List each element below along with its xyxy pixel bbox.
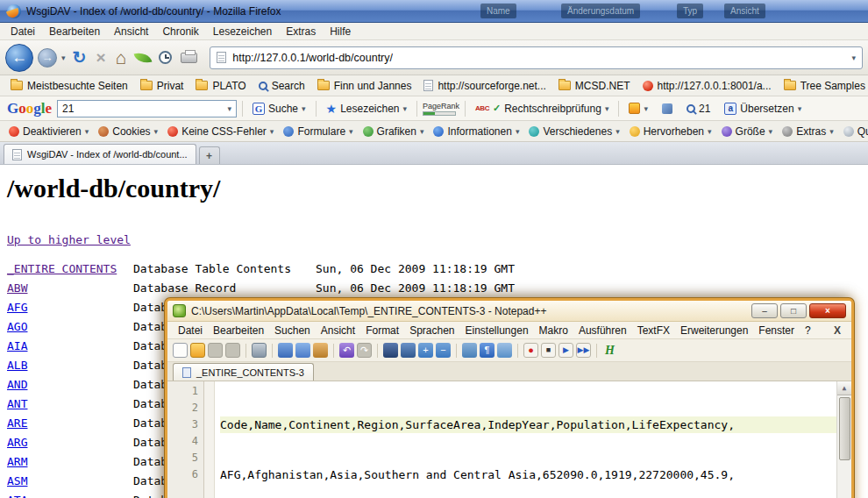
new-file-icon[interactable] — [173, 343, 188, 358]
stop-button[interactable]: × — [93, 49, 108, 66]
maximize-button[interactable]: □ — [780, 303, 807, 318]
bookmark-meistbesuchte-seiten[interactable]: Meistbesuchte Seiten — [5, 78, 133, 94]
entry-link[interactable]: ABW — [7, 279, 27, 298]
new-tab-button[interactable]: + — [199, 146, 220, 164]
bookmark-plato[interactable]: PLATO — [190, 78, 251, 94]
webdev-grafiken[interactable]: Grafiken ▾ — [359, 124, 429, 139]
np-menu-erweiterungen[interactable]: Erweiterungen — [675, 324, 753, 338]
menu-lesezeichen[interactable]: Lesezeichen — [206, 24, 279, 39]
reload-button[interactable]: ↻ — [70, 49, 89, 66]
tab-wsgidav-index[interactable]: WsgiDAV - Index of /world-db/count... — [4, 144, 196, 164]
menu-hilfe[interactable]: Hilfe — [323, 24, 358, 39]
menu-datei[interactable]: Datei — [4, 24, 42, 39]
copy-icon[interactable] — [295, 343, 310, 358]
stop-macro-icon[interactable]: ■ — [541, 343, 556, 358]
np-menu-ausfuehren[interactable]: Ausführen — [573, 324, 632, 338]
entry-link[interactable]: ALB — [7, 356, 27, 375]
entry-link[interactable]: AIA — [7, 337, 27, 356]
play-macro-icon[interactable]: ▶ — [559, 343, 573, 358]
webdev-formulare[interactable]: Formulare ▾ — [279, 124, 357, 139]
save-all-icon[interactable] — [225, 343, 240, 358]
google-search-input[interactable]: 21 ▾ — [57, 100, 237, 117]
np-menu-suchen[interactable]: Suchen — [269, 324, 316, 338]
feather-extension-icon[interactable] — [134, 50, 153, 66]
np-menu-datei[interactable]: Datei — [173, 324, 208, 338]
bookmark-tree-samples[interactable]: Tree Samples — [779, 78, 868, 94]
print-icon[interactable] — [181, 53, 197, 63]
bookmark-sourceforge[interactable]: http://sourceforge.net... — [418, 78, 551, 94]
find-icon[interactable] — [383, 343, 398, 358]
entry-link[interactable]: ARM — [7, 452, 27, 472]
forward-button[interactable]: → — [38, 48, 57, 68]
close-button[interactable]: × — [809, 303, 846, 318]
bookmark-localhost-8001[interactable]: http://127.0.0.1:8001/a... — [637, 78, 777, 94]
editor-area[interactable]: 1 2 3 4 5 6 Code,Name,Continent,Region,S… — [167, 381, 851, 498]
textfx-icon[interactable]: H — [602, 343, 617, 358]
menu-extras[interactable]: Extras — [279, 24, 323, 39]
up-to-higher-level-link[interactable]: Up to higher level — [7, 233, 131, 246]
np-menu-makro[interactable]: Makro — [534, 324, 573, 338]
scrollbar-thumb[interactable] — [839, 397, 850, 460]
word-find-counter[interactable]: 21 — [682, 101, 715, 117]
google-bookmarks-button[interactable]: ★ Lesezeichen ▾ — [322, 101, 411, 117]
webdev-extras[interactable]: Extras ▾ — [778, 124, 838, 139]
webdev-groesse[interactable]: Größe ▾ — [717, 124, 778, 139]
run-macro-multiple-icon[interactable]: ▶▶ — [576, 343, 591, 358]
webdev-verschiedenes[interactable]: Verschiedenes ▾ — [524, 124, 623, 139]
url-dropdown-icon[interactable]: ▾ — [851, 53, 856, 62]
replace-icon[interactable] — [401, 343, 416, 358]
np-menu-format[interactable]: Format — [360, 324, 404, 338]
minimize-button[interactable]: – — [751, 303, 778, 318]
home-button[interactable]: ⌂ — [113, 48, 130, 67]
entry-link[interactable]: ARG — [7, 433, 27, 452]
scroll-up-arrow[interactable]: ▲ — [837, 381, 852, 395]
word-wrap-icon[interactable] — [462, 343, 477, 358]
print-icon[interactable] — [252, 343, 267, 358]
np-menu-textfx[interactable]: TextFX — [632, 324, 675, 338]
record-macro-icon[interactable]: ● — [523, 343, 538, 358]
webdev-cookies[interactable]: Cookies ▾ — [94, 124, 162, 139]
text-content[interactable]: Code,Name,Continent,Region,SurfaceArea,I… — [215, 381, 836, 498]
save-icon[interactable] — [208, 343, 223, 358]
entry-link[interactable]: ASM — [7, 472, 27, 491]
undo-icon[interactable]: ↶ — [339, 343, 354, 358]
entry-link[interactable]: AND — [7, 375, 27, 395]
close-document-x[interactable]: X — [829, 324, 846, 337]
notepad-titlebar[interactable]: C:\Users\Martin\AppData\Local\Temp\_ENTI… — [167, 301, 851, 322]
entry-link[interactable]: ANT — [7, 395, 27, 414]
bookmark-mcsd-net[interactable]: MCSD.NET — [553, 78, 636, 94]
url-text[interactable]: http://127.0.0.1/world-db/country/ — [232, 52, 393, 64]
webdev-css-fehler[interactable]: Keine CSS-Fehler ▾ — [163, 124, 278, 139]
entry-link[interactable]: AFG — [7, 298, 27, 317]
zoom-out-icon[interactable]: − — [436, 343, 451, 358]
np-menu-einstellungen[interactable]: Einstellungen — [460, 324, 534, 338]
search-dropdown-icon[interactable]: ▾ — [227, 104, 231, 113]
menu-chronik[interactable]: Chronik — [155, 24, 205, 39]
np-menu-help[interactable]: ? — [800, 324, 816, 338]
webdev-informationen[interactable]: Informationen ▾ — [429, 124, 523, 139]
spellcheck-button[interactable]: ABC ✓ Rechtschreibprüfung ▾ — [471, 101, 613, 117]
url-bar[interactable]: http://127.0.0.1/world-db/country/ ▾ — [210, 46, 863, 69]
entry-link[interactable]: AGO — [7, 317, 27, 337]
history-dropdown-icon[interactable]: ▾ — [61, 53, 66, 62]
menu-bearbeiten[interactable]: Bearbeiten — [42, 24, 107, 39]
webdev-hervorheben[interactable]: Hervorheben ▾ — [625, 124, 716, 139]
np-menu-fenster[interactable]: Fenster — [753, 324, 800, 338]
entry-link[interactable]: ARE — [7, 414, 27, 433]
np-menu-ansicht[interactable]: Ansicht — [316, 324, 360, 338]
np-menu-bearbeiten[interactable]: Bearbeiten — [208, 324, 269, 338]
back-button[interactable]: ← — [5, 44, 33, 72]
bookmark-privat[interactable]: Privat — [135, 78, 189, 94]
document-tab[interactable]: _ENTIRE_CONTENTS-3 — [173, 363, 314, 381]
bookmark-finn-und-jannes[interactable]: Finn und Jannes — [312, 78, 417, 94]
translate-button[interactable]: a Übersetzen ▾ — [720, 101, 806, 117]
menu-ansicht[interactable]: Ansicht — [107, 24, 155, 39]
indent-guide-icon[interactable] — [497, 343, 512, 358]
pagerank-indicator[interactable]: PageRank — [423, 102, 459, 116]
show-all-characters-icon[interactable]: ¶ — [480, 343, 494, 358]
bookmark-search[interactable]: Search — [253, 78, 310, 94]
entry-link[interactable]: ATA — [7, 491, 27, 498]
open-file-icon[interactable] — [190, 343, 205, 358]
highlight-button[interactable]: ▾ — [624, 101, 652, 116]
paste-icon[interactable] — [313, 343, 328, 358]
